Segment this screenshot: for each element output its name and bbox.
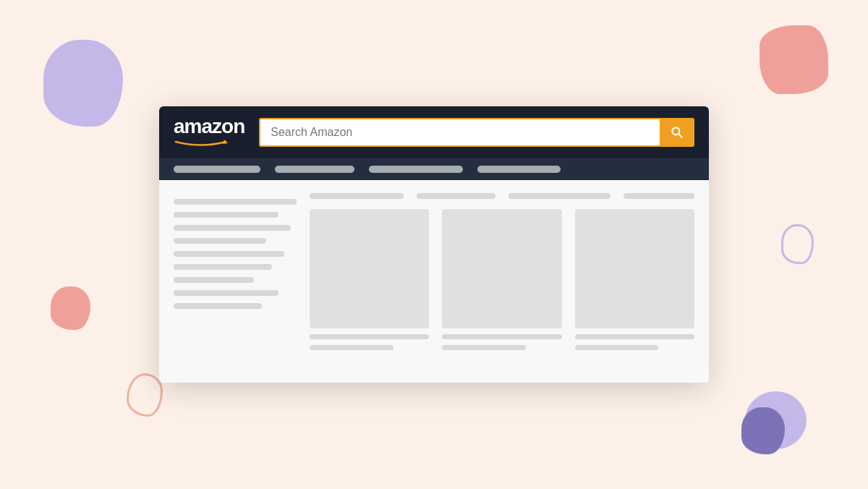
deco-outline-drop-right <box>781 224 814 264</box>
deco-purple-circle-bottom-right <box>745 391 807 449</box>
sidebar-line <box>174 251 284 257</box>
sidebar-line <box>174 277 254 283</box>
svg-line-2 <box>678 134 682 137</box>
product-card[interactable] <box>310 209 429 350</box>
product-card[interactable] <box>442 209 561 350</box>
amazon-logo: amazon <box>174 116 244 148</box>
product-cards-row <box>310 209 694 350</box>
amazon-smile-arrow <box>174 138 228 148</box>
sidebar-line <box>174 303 262 309</box>
product-grid <box>310 193 694 370</box>
product-image <box>575 209 694 328</box>
sidebar-line <box>174 199 297 205</box>
product-image <box>310 209 429 328</box>
nav-item-1[interactable] <box>174 166 260 173</box>
filter-bar-item <box>624 193 694 199</box>
nav-item-3[interactable] <box>369 166 463 173</box>
filter-bar-item <box>509 193 610 199</box>
svg-marker-0 <box>223 140 228 144</box>
deco-salmon-drop-left <box>51 286 90 330</box>
deco-outline-drop-bottom-left <box>127 373 163 417</box>
product-price-line <box>575 345 659 350</box>
product-title-line <box>442 334 561 339</box>
deco-purple-drop-top-left <box>43 40 123 127</box>
search-input[interactable]: coloring book <box>259 118 660 147</box>
nav-item-4[interactable] <box>477 166 561 173</box>
search-button[interactable] <box>660 118 694 147</box>
product-price-line <box>442 345 526 350</box>
amazon-header: amazon coloring book <box>159 106 709 158</box>
product-price-line <box>310 345 393 350</box>
browser-window: amazon coloring book <box>159 106 709 383</box>
sidebar-line <box>174 290 278 296</box>
filter-bar-item <box>310 193 404 199</box>
deco-purple-drop-bottom-right <box>741 407 785 454</box>
sidebar-line <box>174 238 266 244</box>
search-bar: coloring book <box>259 118 694 147</box>
product-title-line <box>310 334 429 339</box>
nav-item-2[interactable] <box>275 166 354 173</box>
product-title-line <box>575 334 694 339</box>
product-image <box>442 209 561 328</box>
product-card[interactable] <box>575 209 694 350</box>
search-icon <box>670 125 684 140</box>
sidebar-line <box>174 212 278 218</box>
filter-bar-item <box>417 193 495 199</box>
filter-bar <box>310 193 694 199</box>
content-area <box>159 180 709 383</box>
sidebar-line <box>174 264 272 270</box>
amazon-logo-text: amazon <box>174 116 244 137</box>
sidebar-line <box>174 225 291 231</box>
deco-pink-drop-top-right <box>760 25 828 94</box>
amazon-nav <box>159 158 709 180</box>
sidebar <box>174 193 297 370</box>
